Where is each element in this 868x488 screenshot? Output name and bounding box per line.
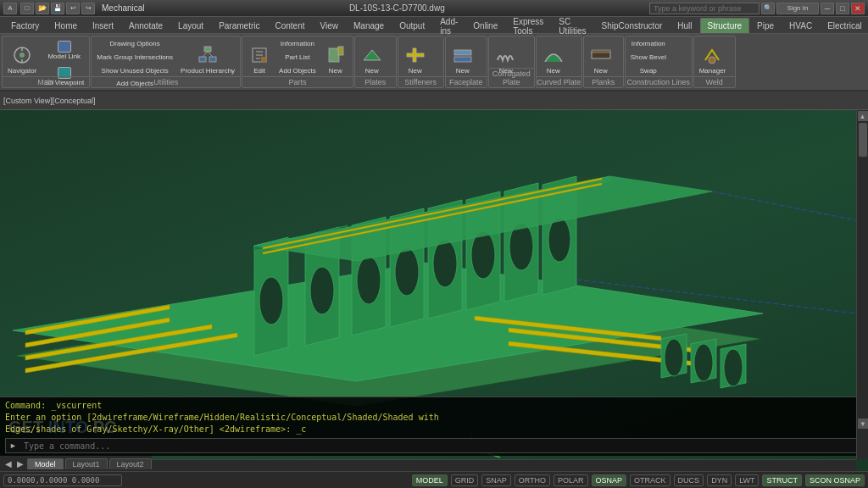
new-icon[interactable]: □ <box>20 3 34 14</box>
statusbar: 0.0000,0.0000 0.0000 MODEL GRID SNAP ORT… <box>0 471 868 488</box>
layout-nav-next[interactable]: ▶ <box>15 459 25 469</box>
signin-btn[interactable]: Sign In <box>776 3 819 14</box>
stiffeners-group-title: Stiffeners <box>398 76 443 86</box>
svg-point-1 <box>19 53 25 58</box>
save-icon[interactable]: 💾 <box>51 3 64 14</box>
tab-electrical[interactable]: Electrical <box>820 18 868 33</box>
parts-information-btn[interactable]: Information <box>275 38 320 51</box>
tab-parametric[interactable]: Parametric <box>211 18 267 33</box>
status-struct[interactable]: STRUCT <box>762 474 802 486</box>
svg-point-56 <box>694 344 713 381</box>
main-group-title: Main <box>3 76 89 86</box>
cl-information-btn[interactable]: Information <box>627 38 670 51</box>
status-osnap[interactable]: OSNAP <box>592 474 627 486</box>
status-grid[interactable]: GRID <box>451 474 479 486</box>
edit-icon <box>248 43 271 67</box>
edit-btn[interactable]: Edit <box>244 38 275 80</box>
tab-annotate[interactable]: Annotate <box>121 18 170 33</box>
maximize-btn[interactable]: □ <box>836 3 849 14</box>
tab-shipconstructor[interactable]: ShipConstructor <box>594 18 670 33</box>
faceplate-group-title: Faceplate <box>446 76 487 86</box>
ribbon-group-corrugated: New Corrugated Plate <box>488 36 535 88</box>
tab-addins[interactable]: Add-ins <box>432 18 465 33</box>
tab-manage[interactable]: Manage <box>346 18 392 33</box>
svg-line-8 <box>208 52 213 57</box>
new-faceplate-icon <box>451 43 475 67</box>
weld-manager-btn[interactable]: Manager <box>696 38 730 80</box>
minimize-btn[interactable]: ─ <box>821 3 834 14</box>
viewport[interactable]: GET INTO PC Command: _vscurrent Enter an… <box>0 110 868 488</box>
new-plate-btn[interactable]: New <box>357 38 387 80</box>
tab-hull[interactable]: Hull <box>670 18 699 33</box>
svg-rect-10 <box>261 57 266 62</box>
tab-layout[interactable]: Layout <box>170 18 211 33</box>
close-btn[interactable]: ✕ <box>851 3 865 14</box>
redo-icon[interactable]: ↪ <box>81 3 95 14</box>
status-ducs[interactable]: DUCS <box>674 474 704 486</box>
quick-access-toolbar: □ 📂 💾 ↩ ↪ <box>20 3 95 14</box>
new-plank-btn[interactable]: New <box>586 38 616 80</box>
status-dyn[interactable]: DYN <box>707 474 732 486</box>
tab-structure[interactable]: Structure <box>700 18 750 33</box>
command-input[interactable] <box>20 439 862 452</box>
layout-nav-prev[interactable]: ◀ <box>3 459 14 469</box>
new-curved-btn[interactable]: New <box>538 38 569 80</box>
layout-tabs: ◀ ▶ Model Layout1 Layout2 <box>0 456 152 471</box>
tab-home[interactable]: Home <box>47 18 85 33</box>
status-ortho[interactable]: ORTHO <box>515 474 550 486</box>
svg-point-20 <box>709 57 715 64</box>
file-title: DL-10S-13-C-D7700.dwg <box>145 3 649 13</box>
tab-online[interactable]: Online <box>465 18 505 33</box>
new-stiffener-btn[interactable]: New <box>400 38 431 80</box>
ribbon-group-parts: Edit Information Part List Add Objects N… <box>242 36 353 88</box>
status-polar[interactable]: POLAR <box>554 474 588 486</box>
new-stiffener-icon <box>403 43 427 67</box>
tab-view[interactable]: View <box>313 18 347 33</box>
layout-tab-layout2[interactable]: Layout2 <box>109 458 152 469</box>
tab-expresstools[interactable]: Express Tools <box>505 18 551 33</box>
layout-tab-layout1[interactable]: Layout1 <box>65 458 108 469</box>
svg-line-7 <box>203 52 208 57</box>
vscroll-up[interactable]: ▲ <box>858 111 868 121</box>
undo-icon[interactable]: ↩ <box>66 3 80 14</box>
new-faceplate-btn[interactable]: New <box>448 38 478 80</box>
model-link-btn[interactable]: Model Link <box>41 38 87 64</box>
curved-group-title: Curved Plate <box>537 76 581 86</box>
part-list-btn[interactable]: Part List <box>275 52 320 64</box>
status-scon-osnap[interactable]: SCON OSNAP <box>805 474 865 486</box>
new-parts-btn[interactable]: New <box>320 38 351 80</box>
tab-scutilities[interactable]: SC Utilities <box>551 18 593 33</box>
status-model[interactable]: MODEL <box>412 474 448 486</box>
mark-group-intersections-btn[interactable]: Mark Group Intersections <box>93 52 176 64</box>
layout-tab-model[interactable]: Model <box>27 458 64 469</box>
status-otrack[interactable]: OTRACK <box>630 474 670 486</box>
search-input[interactable] <box>649 3 760 14</box>
model-link-icon <box>58 41 71 53</box>
tab-output[interactable]: Output <box>392 18 432 33</box>
product-hierarchy-btn[interactable]: Product Hierarchy <box>177 38 238 80</box>
planks-group-title: Planks <box>584 76 623 86</box>
tab-factory[interactable]: Factory <box>3 18 47 33</box>
status-snap[interactable]: SNAP <box>481 474 511 486</box>
statusbar-left: 0.0000,0.0000 0.0000 <box>3 474 122 486</box>
svg-rect-5 <box>199 57 206 62</box>
ribbon-tabs: Factory Home Insert Annotate Layout Para… <box>0 17 868 34</box>
new-parts-icon <box>324 43 348 67</box>
navigator-btn[interactable]: Navigator <box>4 38 40 80</box>
svg-point-54 <box>665 339 683 376</box>
ribbon-group-planks: New Planks <box>583 36 624 88</box>
new-corrugated-icon <box>494 43 518 67</box>
vscroll-down[interactable]: ▼ <box>858 419 868 429</box>
drawing-options-btn[interactable]: Drawing Options <box>93 38 176 51</box>
status-lwt[interactable]: LWT <box>735 474 759 486</box>
tab-content[interactable]: Content <box>267 18 312 33</box>
show-bevel-btn[interactable]: Show Bevel <box>627 52 670 64</box>
vertical-scrollbar[interactable]: ▲ ▼ <box>856 110 868 459</box>
tab-insert[interactable]: Insert <box>85 18 121 33</box>
tab-pipe[interactable]: Pipe <box>749 18 782 33</box>
open-icon[interactable]: 📂 <box>36 3 49 14</box>
view-label-text: [Custom View][Conceptual] <box>3 97 95 105</box>
vscroll-thumb[interactable] <box>859 123 867 157</box>
search-btn[interactable]: 🔍 <box>761 3 775 14</box>
tab-hvac[interactable]: HVAC <box>782 18 820 33</box>
